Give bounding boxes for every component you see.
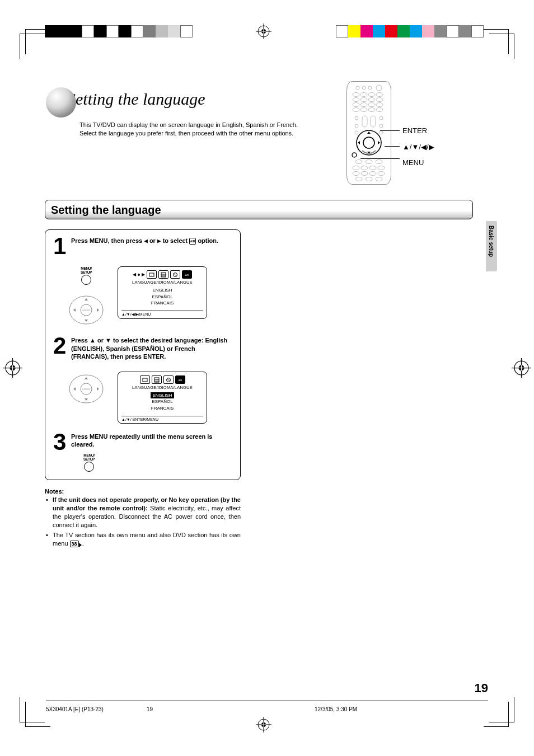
crop-mark xyxy=(20,34,45,59)
osd-option-selected: ENGLISH xyxy=(151,392,174,398)
osd-tab-icon xyxy=(158,270,168,279)
menu-setup-button-icon: MENU/SETUP xyxy=(76,453,102,472)
color-calibration-strip xyxy=(45,25,193,37)
sphere-bullet-icon xyxy=(45,86,77,119)
footer-metadata: 5X30401A [E] (P13-23) 19 12/3/05, 3:30 P… xyxy=(46,706,488,712)
osd-hint: ▲/▼/ ENTER/MENU xyxy=(121,416,203,421)
svg-rect-90 xyxy=(154,378,159,382)
notes-label: Notes: xyxy=(45,488,241,495)
registration-mark-icon xyxy=(3,358,22,378)
svg-text:A/B: A/B xyxy=(190,240,195,243)
footer-doc: 5X30401A [E] (P13-23) xyxy=(46,706,104,712)
page-title: Setting the language xyxy=(67,90,205,109)
registration-mark-icon xyxy=(256,717,271,732)
dpad-icon: ENTER xyxy=(69,293,104,327)
svg-text:A/B: A/B xyxy=(185,274,189,276)
osd-screen-2: ♫ A/B LANGUAGE/IDIOMA/LANGUE ENGLISH ESP… xyxy=(118,372,207,424)
osd-option: FRANCAIS xyxy=(121,405,203,411)
intro-paragraph: This TV/DVD can display the on screen la… xyxy=(79,121,315,138)
crop-mark xyxy=(20,697,45,722)
osd-tab-icon: ♫ xyxy=(147,270,157,279)
osd-tab-icon-selected: A/B xyxy=(175,375,185,384)
registration-mark-icon xyxy=(512,358,531,378)
note-item: If the unit does not operate properly, o… xyxy=(45,496,241,529)
osd-tab-icon xyxy=(163,375,174,384)
osd-option: FRANCAIS xyxy=(121,300,203,306)
osd-tab-icon xyxy=(170,270,180,279)
page-reference: 38 xyxy=(70,541,79,548)
step-number: 3 xyxy=(53,433,68,452)
osd-tab-icon xyxy=(152,375,162,384)
nav-arrows-icon: ◀▶ xyxy=(133,272,145,277)
step-1: 1 Press MENU, then press ◀ or ▶ to selec… xyxy=(53,237,232,256)
osd-tab-icon: ♫ xyxy=(140,375,150,384)
osd-tab-icon-selected: A/B xyxy=(182,270,192,279)
svg-text:♫: ♫ xyxy=(151,274,152,276)
svg-text:ENTER: ENTER xyxy=(82,388,90,391)
svg-text:ENTER: ENTER xyxy=(82,309,90,312)
language-tab-icon: A/B xyxy=(189,238,196,245)
section-heading: Setting the language xyxy=(45,200,473,219)
color-calibration-strip xyxy=(336,25,484,37)
page-number: 19 xyxy=(466,681,488,696)
svg-text:A/B: A/B xyxy=(178,379,182,382)
chapter-tab: Basic setup xyxy=(486,221,497,271)
steps-container: 1 Press MENU, then press ◀ or ▶ to selec… xyxy=(45,229,241,481)
osd-title: LANGUAGE/IDIOMA/LANGUE xyxy=(121,280,203,285)
osd-option: ESPAÑOL xyxy=(121,398,203,405)
menu-setup-button-icon: MENU/SETUP xyxy=(73,266,100,285)
crop-mark xyxy=(489,34,514,59)
step-text: Press MENU repeatedly until the menu scr… xyxy=(71,433,232,452)
step-text: Press MENU, then press ◀ or ▶ to select … xyxy=(71,237,218,244)
svg-point-70 xyxy=(46,87,76,118)
svg-text:♫: ♫ xyxy=(144,379,145,382)
svg-point-76 xyxy=(138,274,140,276)
osd-option: ESPAÑOL xyxy=(121,294,203,300)
footer-page: 19 xyxy=(147,706,153,712)
note-item: The TV section has its own menu and also… xyxy=(45,531,241,548)
osd-screen-1: ◀▶ ♫ A/B LANGUAGE/IDIOMA/LANGUE ENGLISH … xyxy=(118,266,207,319)
osd-hint: ▲/▼/◀/▶/MENU xyxy=(121,311,203,317)
osd-title: LANGUAGE/IDIOMA/LANGUE xyxy=(121,385,203,390)
section-heading-text: Setting the language xyxy=(51,204,467,217)
svg-line-83 xyxy=(174,273,177,276)
step-2: 2 Press ▲ or ▼ to select the desired lan… xyxy=(53,336,232,360)
dpad-icon: ENTER xyxy=(69,372,104,406)
notes-section: Notes: If the unit does not operate prop… xyxy=(45,488,241,547)
step-text: Press ▲ or ▼ to select the desired langu… xyxy=(71,336,232,360)
svg-line-94 xyxy=(167,378,170,382)
osd-option: ENGLISH xyxy=(121,287,203,293)
crop-mark xyxy=(489,697,514,722)
step-3: 3 Press MENU repeatedly until the menu s… xyxy=(53,433,232,452)
footer-datetime: 12/3/05, 3:30 PM xyxy=(315,706,357,712)
registration-mark-icon xyxy=(256,24,271,39)
step-number: 1 xyxy=(53,237,68,256)
step-number: 2 xyxy=(53,336,68,360)
svg-rect-79 xyxy=(161,273,166,277)
divider xyxy=(46,701,488,701)
